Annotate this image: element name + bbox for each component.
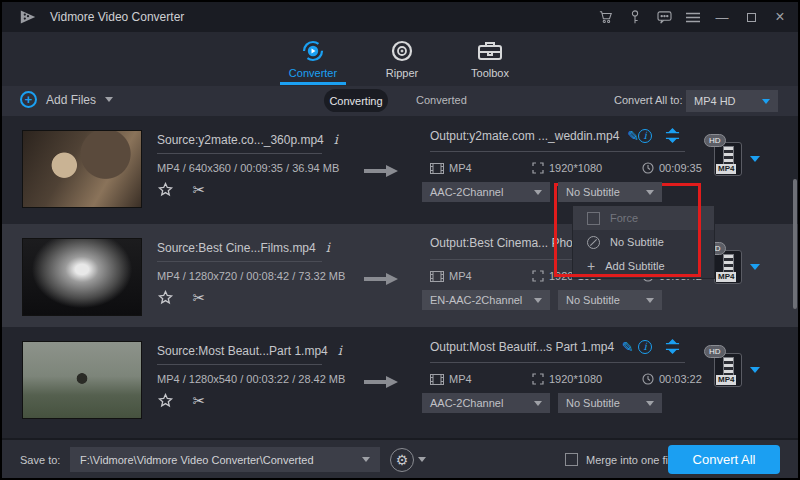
- gear-icon: ⚙: [390, 448, 414, 472]
- subtitle-dropdown[interactable]: No Subtitle: [558, 393, 662, 413]
- film-strip-icon: [723, 146, 734, 166]
- app-logo-icon: [18, 9, 38, 25]
- divider: [430, 151, 685, 152]
- output-info-icon[interactable]: i: [638, 129, 652, 143]
- maximize-button[interactable]: [741, 7, 761, 27]
- output-info-icon[interactable]: i: [638, 340, 652, 354]
- divider: [157, 364, 322, 365]
- menu-icon[interactable]: [683, 7, 703, 27]
- edit-effects-icon[interactable]: [155, 391, 175, 411]
- feedback-icon[interactable]: [654, 7, 674, 27]
- toolbox-icon: [450, 38, 530, 64]
- audio-track-dropdown[interactable]: AAC-2Channel: [422, 393, 550, 413]
- cart-icon[interactable]: [596, 7, 616, 27]
- subtitle-dropdown[interactable]: No Subtitle: [558, 290, 662, 310]
- edit-effects-icon[interactable]: [155, 288, 175, 308]
- no-subtitle-icon: [587, 236, 600, 249]
- app-title: Vidmore Video Converter: [50, 10, 184, 24]
- source-filename: Source:Best Cine...Films.mp4i: [157, 240, 330, 255]
- output-resolution: 1920*1080: [532, 373, 642, 385]
- active-tab-underline: [280, 82, 346, 85]
- checkbox-icon: [587, 212, 600, 225]
- add-files-button[interactable]: + Add Files: [20, 91, 113, 108]
- menu-item-add-subtitle[interactable]: + Add Subtitle: [573, 254, 714, 278]
- chevron-down-icon: [646, 401, 654, 406]
- source-info-icon[interactable]: i: [334, 132, 338, 147]
- cut-icon[interactable]: ✂: [189, 180, 209, 200]
- merge-checkbox[interactable]: [565, 453, 578, 466]
- source-info-icon[interactable]: i: [326, 240, 330, 255]
- source-filename: Source:Most Beaut...Part 1.mp4i: [157, 343, 342, 358]
- add-files-plus-icon: +: [20, 91, 37, 108]
- scrollbar[interactable]: [793, 179, 797, 309]
- video-thumbnail: [22, 238, 142, 316]
- chevron-down-icon: [534, 298, 542, 303]
- close-button[interactable]: ×: [770, 7, 790, 27]
- save-to-label: Save to:: [20, 454, 60, 466]
- chevron-down-icon: [762, 99, 770, 104]
- chevron-down-icon: [646, 298, 654, 303]
- tab-toolbox[interactable]: Toolbox: [450, 38, 530, 79]
- edit-effects-icon[interactable]: [155, 180, 175, 200]
- clock-icon: [642, 162, 654, 174]
- minimize-button[interactable]: —: [712, 7, 732, 27]
- output-format: MP4: [430, 373, 532, 385]
- profile-caret-icon[interactable]: [750, 156, 760, 162]
- convert-arrow-icon: [364, 164, 398, 178]
- output-profile-badge[interactable]: HD MP4: [714, 142, 742, 176]
- title-bar: Vidmore Video Converter — ×: [2, 2, 798, 32]
- chevron-down-icon: [362, 457, 370, 462]
- resolution-icon: [532, 162, 544, 174]
- audio-track-dropdown[interactable]: AAC-2Channel: [422, 182, 550, 202]
- convert-all-to-dropdown[interactable]: MP4 HD: [686, 90, 778, 112]
- subtitle-menu: Force No Subtitle + Add Subtitle: [572, 205, 715, 279]
- divider: [430, 362, 685, 363]
- cut-icon[interactable]: ✂: [189, 391, 209, 411]
- tab-ripper[interactable]: Ripper: [362, 38, 442, 79]
- adjust-settings-icon[interactable]: [665, 128, 680, 143]
- key-icon[interactable]: [625, 7, 645, 27]
- tab-converter[interactable]: Converter: [273, 38, 353, 79]
- file-row-3: Source:Most Beaut...Part 1.mp4i MP4 / 12…: [2, 327, 798, 434]
- clock-icon: [642, 373, 654, 385]
- merge-label: Merge into one file: [586, 454, 677, 466]
- output-filename: Output:Most Beautif...s Part 1.mp4✎: [430, 339, 634, 355]
- plus-icon: +: [587, 260, 595, 273]
- output-profile-badge[interactable]: HD MP4: [714, 353, 742, 387]
- menu-item-force[interactable]: Force: [573, 206, 714, 230]
- tab-converting[interactable]: Converting: [324, 89, 388, 112]
- profile-caret-icon[interactable]: [750, 264, 760, 270]
- adjust-settings-icon[interactable]: [665, 339, 680, 354]
- source-media-info: MP4 / 1280x720 / 00:08:42 / 73.32 MB: [157, 270, 345, 282]
- menu-item-no-subtitle[interactable]: No Subtitle: [573, 230, 714, 254]
- cut-icon[interactable]: ✂: [189, 288, 209, 308]
- video-thumbnail: [22, 341, 142, 419]
- subtitle-dropdown[interactable]: No Subtitle: [558, 182, 662, 202]
- source-media-info: MP4 / 1280x540 / 00:03:22 / 28.42 MB: [157, 373, 345, 385]
- converter-icon: [273, 38, 353, 64]
- source-info-icon[interactable]: i: [338, 343, 342, 358]
- output-format: MP4: [430, 270, 532, 282]
- divider: [157, 153, 322, 154]
- audio-track-dropdown[interactable]: EN-AAC-2Channel: [422, 290, 550, 310]
- convert-all-button[interactable]: Convert All: [668, 445, 780, 474]
- output-resolution: 1920*1080: [532, 162, 642, 174]
- output-format: MP4: [430, 162, 532, 174]
- toolbar: + Add Files Converting Converted Convert…: [2, 86, 798, 116]
- add-files-caret-icon: [105, 97, 113, 102]
- rename-icon[interactable]: ✎: [622, 339, 634, 355]
- output-profile-badge[interactable]: HD MP4: [714, 250, 742, 284]
- profile-caret-icon[interactable]: [750, 367, 760, 373]
- save-path-dropdown[interactable]: F:\Vidmore\Vidmore Video Converter\Conve…: [70, 447, 380, 472]
- chevron-down-icon: [534, 401, 542, 406]
- settings-button[interactable]: ⚙: [390, 447, 432, 472]
- convert-arrow-icon: [364, 272, 398, 286]
- format-icon: [430, 163, 444, 174]
- chevron-down-icon: [534, 190, 542, 195]
- output-duration: 00:09:35: [642, 162, 702, 174]
- resolution-icon: [532, 270, 544, 282]
- convert-all-to-label: Convert All to:: [614, 94, 682, 106]
- resolution-icon: [532, 373, 544, 385]
- tab-converted[interactable]: Converted: [416, 94, 467, 106]
- merge-option[interactable]: Merge into one file: [565, 453, 677, 466]
